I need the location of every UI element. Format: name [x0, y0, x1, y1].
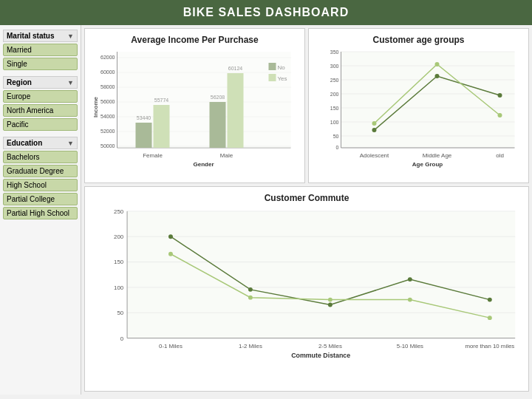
svg-point-56	[435, 62, 440, 66]
page-header: BIKE SALES DASHBOARD	[0, 0, 532, 25]
svg-text:56000: 56000	[100, 99, 115, 104]
commute-chart-svg: 0 50 100 150 200 250	[91, 206, 522, 361]
svg-point-82	[168, 252, 173, 256]
filter-item-highschool[interactable]: High School	[3, 179, 78, 191]
filter-icon-region[interactable]: ▼	[67, 79, 74, 86]
filter-item-partial-college[interactable]: Partial College	[3, 193, 78, 205]
charts-area: Average Income Per Purchase 62000 60000 …	[81, 25, 532, 395]
filter-header-education: Education ▼	[3, 137, 78, 149]
svg-text:Income: Income	[92, 96, 99, 117]
svg-text:50: 50	[117, 310, 123, 316]
filter-group-education: Education ▼ Bachelors Graduate Degree Hi…	[3, 137, 78, 219]
svg-text:Middle Age: Middle Age	[423, 152, 452, 159]
svg-text:150: 150	[330, 106, 339, 111]
svg-point-57	[498, 113, 502, 117]
svg-point-78	[248, 287, 253, 292]
svg-text:Adolescent: Adolescent	[360, 152, 389, 159]
svg-text:more than 10 miles: more than 10 miles	[465, 343, 514, 349]
svg-text:54000: 54000	[100, 114, 115, 119]
svg-rect-33	[341, 52, 515, 148]
sidebar: Marital status ▼ Married Single Region ▼…	[0, 25, 81, 395]
svg-text:200: 200	[330, 92, 339, 97]
filter-header-region: Region ▼	[3, 76, 78, 89]
svg-point-86	[488, 316, 492, 320]
svg-text:2-5 Miles: 2-5 Miles	[318, 343, 342, 349]
filter-group-marital: Marital status ▼ Married Single	[3, 30, 78, 70]
filter-item-pacific[interactable]: Pacific	[3, 118, 78, 131]
svg-text:5-10 Miles: 5-10 Miles	[397, 343, 423, 349]
filter-item-europe[interactable]: Europe	[3, 90, 78, 103]
age-chart-title: Customer age groups	[315, 35, 522, 45]
svg-text:100: 100	[114, 284, 124, 291]
svg-text:350: 350	[330, 50, 339, 55]
svg-text:0-1 Miles: 0-1 Miles	[159, 343, 183, 349]
svg-text:Age Group: Age Group	[412, 161, 443, 168]
svg-point-79	[328, 303, 332, 307]
commute-chart-box: Customer Commute 0 50 100	[84, 186, 529, 392]
age-chart-svg: 350 300 250 200 150 100 50 0	[315, 48, 522, 170]
svg-text:52000: 52000	[100, 129, 115, 134]
svg-text:0: 0	[336, 145, 339, 150]
svg-text:200: 200	[114, 233, 124, 240]
svg-point-83	[248, 296, 253, 300]
svg-point-80	[408, 277, 412, 282]
svg-text:300: 300	[330, 64, 339, 69]
filter-icon-marital[interactable]: ▼	[67, 33, 74, 40]
page-title: BIKE SALES DASHBOARD	[183, 6, 349, 18]
svg-text:50: 50	[333, 134, 339, 139]
filter-item-graduate[interactable]: Graduate Degree	[3, 165, 78, 177]
filter-icon-education[interactable]: ▼	[67, 140, 74, 147]
svg-text:250: 250	[330, 78, 339, 83]
filter-label-marital: Marital status	[7, 32, 54, 40]
main-container: Marital status ▼ Married Single Region ▼…	[0, 25, 532, 395]
svg-text:58000: 58000	[100, 84, 115, 89]
svg-point-84	[328, 298, 332, 302]
filter-item-north-america[interactable]: North America	[3, 104, 78, 117]
filter-label-education: Education	[7, 139, 42, 147]
commute-chart-title: Customer Commute	[91, 193, 522, 203]
bar-chart-box: Average Income Per Purchase 62000 60000 …	[84, 28, 305, 183]
filter-item-married[interactable]: Married	[3, 44, 78, 56]
svg-point-52	[372, 128, 377, 132]
filter-item-bachelors[interactable]: Bachelors	[3, 151, 78, 163]
svg-text:1-2 Miles: 1-2 Miles	[239, 343, 262, 349]
bar-chart-title: Average Income Per Purchase	[91, 35, 299, 45]
svg-text:Male: Male	[220, 152, 233, 159]
svg-text:50000: 50000	[100, 143, 115, 149]
svg-text:old: old	[496, 152, 504, 159]
svg-text:60000: 60000	[100, 69, 115, 75]
filter-label-region: Region	[7, 78, 32, 86]
svg-rect-32	[118, 52, 291, 148]
svg-point-55	[372, 121, 377, 126]
svg-text:Commute Distance: Commute Distance	[291, 352, 350, 359]
svg-point-81	[488, 298, 492, 302]
svg-text:150: 150	[114, 259, 124, 265]
charts-top-row: Average Income Per Purchase 62000 60000 …	[84, 28, 529, 183]
svg-text:0: 0	[120, 335, 124, 342]
svg-point-77	[168, 234, 173, 239]
bar-chart-svg: 62000 60000 58000 56000 54000 52000 5000…	[91, 48, 299, 170]
filter-item-single[interactable]: Single	[3, 58, 78, 70]
svg-point-85	[408, 298, 412, 302]
age-chart-box: Customer age groups	[308, 28, 529, 183]
svg-point-54	[498, 93, 502, 98]
svg-text:250: 250	[114, 208, 124, 215]
filter-header-marital: Marital status ▼	[3, 30, 78, 42]
svg-text:Female: Female	[143, 152, 163, 159]
svg-point-53	[435, 74, 440, 78]
svg-rect-62	[127, 211, 515, 338]
svg-text:62000: 62000	[100, 55, 115, 60]
svg-text:100: 100	[330, 120, 339, 125]
filter-item-partial-highschool[interactable]: Partial High School	[3, 207, 78, 219]
svg-text:Gender: Gender	[193, 161, 214, 168]
filter-group-region: Region ▼ Europe North America Pacific	[3, 76, 78, 131]
